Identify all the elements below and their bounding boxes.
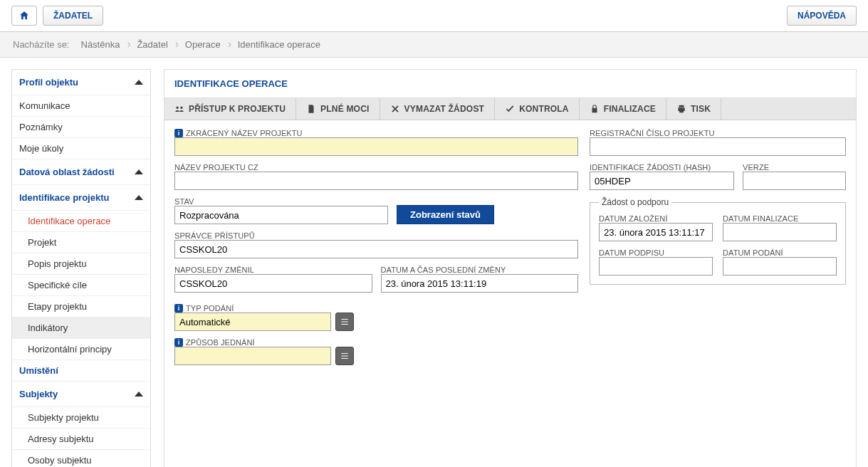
submitted-label: DATUM PODÁNÍ — [723, 248, 837, 257]
signed-input — [599, 257, 713, 276]
toolbar-label: PLNÉ MOCI — [320, 104, 369, 114]
sidebar-item-indikatory[interactable]: Indikátory — [12, 318, 150, 339]
document-icon — [306, 104, 316, 114]
acting-mode-label: iZPŮSOB JEDNÁNÍ — [174, 338, 578, 347]
finalized-label: DATUM FINALIZACE — [723, 214, 837, 223]
check-icon — [505, 104, 515, 114]
last-changed-by-label: NAPOSLEDY ZMĚNIL — [174, 266, 372, 274]
help-button[interactable]: NÁPOVĚDA — [787, 6, 857, 26]
sidebar-item-ukoly[interactable]: Moje úkoly — [12, 138, 150, 159]
sidebar-item-umisteni[interactable]: Umístění — [12, 360, 150, 382]
sidebar-section-subjects[interactable]: Subjekty — [12, 382, 150, 407]
main-panel: IDENTIFIKACE OPERACE PŘÍSTUP K PROJEKTU … — [164, 69, 857, 467]
chevron-up-icon — [135, 392, 143, 397]
sidebar-item-komunikace[interactable]: Komunikace — [12, 95, 150, 117]
state-input — [174, 206, 388, 224]
submission-type-label: iTYP PODÁNÍ — [174, 304, 578, 313]
sidebar-section-ident[interactable]: Identifikace projektu — [12, 185, 150, 211]
created-label: DATUM ZALOŽENÍ — [599, 214, 713, 223]
toolbar: PŘÍSTUP K PROJEKTU PLNÉ MOCI VYMAZAT ŽÁD… — [164, 98, 856, 120]
chevron-up-icon — [135, 195, 143, 200]
acting-mode-input[interactable] — [174, 347, 331, 365]
toolbar-label: PŘÍSTUP K PROJEKTU — [189, 104, 286, 114]
access-admin-label: SPRÁVCE PŘÍSTUPŮ — [174, 231, 578, 240]
breadcrumb-item[interactable]: Operace — [177, 39, 229, 50]
lock-icon — [590, 104, 600, 114]
toolbar-label: KONTROLA — [519, 104, 569, 114]
support-request-box: Žádost o podporu DATUM ZALOŽENÍ DATUM FI… — [590, 197, 846, 285]
print-icon — [676, 104, 686, 114]
sidebar-item-horizontalni[interactable]: Horizontální principy — [12, 339, 150, 360]
toolbar-finalize-button[interactable]: FINALIZACE — [580, 98, 666, 120]
last-change-dt-input — [381, 274, 579, 293]
toolbar-label: TISK — [691, 104, 711, 114]
sidebar-item-popis[interactable]: Popis projektu — [12, 253, 150, 275]
version-label: VERZE — [743, 163, 846, 172]
sidebar-item-cile[interactable]: Specifické cíle — [12, 275, 150, 296]
sidebar-section-label: Subjekty — [19, 389, 58, 399]
toolbar-powers-button[interactable]: PLNÉ MOCI — [296, 98, 380, 120]
sidebar-item-adresy[interactable]: Adresy subjektu — [12, 429, 150, 450]
applicant-button[interactable]: ŽADATEL — [43, 6, 103, 26]
sidebar-item-ident-operace[interactable]: Identifikace operace — [12, 211, 150, 232]
page-title: IDENTIFIKACE OPERACE — [164, 70, 856, 98]
sidebar-section-profile[interactable]: Profil objektu — [12, 70, 150, 95]
created-input — [599, 223, 713, 241]
sidebar-section-data[interactable]: Datová oblast žádosti — [12, 159, 150, 185]
home-icon — [19, 10, 30, 21]
toolbar-label: FINALIZACE — [604, 104, 656, 114]
acting-mode-lookup-button[interactable] — [335, 347, 354, 365]
version-input — [743, 172, 846, 190]
last-change-dt-label: DATUM A ČAS POSLEDNÍ ZMĚNY — [381, 266, 579, 274]
home-button[interactable] — [11, 6, 37, 26]
list-icon — [340, 351, 350, 361]
name-cz-input[interactable] — [174, 172, 578, 190]
submission-type-lookup-button[interactable] — [335, 313, 354, 331]
chevron-up-icon — [135, 80, 143, 85]
breadcrumb-item[interactable]: Nástěnka — [73, 39, 129, 50]
sidebar-item-subjekty-projektu[interactable]: Subjekty projektu — [12, 407, 150, 429]
hash-label: IDENTIFIKACE ŽÁDOSTI (HASH) — [590, 163, 734, 172]
toolbar-access-button[interactable]: PŘÍSTUP K PROJEKTU — [164, 98, 296, 120]
reg-no-input — [590, 137, 846, 156]
sidebar: Profil objektu Komunikace Poznámky Moje … — [11, 69, 151, 467]
breadcrumb: Nacházíte se: Nástěnka Žadatel Operace I… — [0, 32, 868, 58]
sidebar-item-osoby[interactable]: Osoby subjektu — [12, 450, 150, 467]
access-admin-input — [174, 240, 578, 258]
sidebar-item-poznamky[interactable]: Poznámky — [12, 117, 150, 138]
people-icon — [174, 104, 184, 114]
signed-label: DATUM PODPISU — [599, 248, 713, 257]
sidebar-section-label: Profil objektu — [19, 77, 78, 88]
finalized-input — [723, 223, 837, 241]
state-label: STAV — [174, 197, 388, 206]
toolbar-label: VYMAZAT ŽÁDOST — [404, 104, 485, 114]
sidebar-section-label: Datová oblast žádosti — [19, 167, 115, 177]
hash-input — [590, 172, 734, 190]
breadcrumb-item[interactable]: Žadatel — [128, 39, 176, 50]
short-name-input[interactable] — [174, 137, 578, 156]
show-states-button[interactable]: Zobrazení stavů — [397, 205, 494, 224]
close-icon — [390, 104, 400, 114]
short-name-label: iZKRÁCENÝ NÁZEV PROJEKTU — [174, 129, 578, 137]
breadcrumb-label: Nacházíte se: — [13, 39, 73, 50]
list-icon — [340, 317, 350, 327]
toolbar-check-button[interactable]: KONTROLA — [495, 98, 580, 120]
toolbar-print-button[interactable]: TISK — [666, 98, 721, 120]
sidebar-section-label: Identifikace projektu — [19, 192, 109, 203]
submission-type-input[interactable] — [174, 313, 331, 331]
reg-no-label: REGISTRAČNÍ ČÍSLO PROJEKTU — [590, 129, 846, 137]
name-cz-label: NÁZEV PROJEKTU CZ — [174, 163, 578, 172]
breadcrumb-item[interactable]: Identifikace operace — [229, 39, 329, 50]
sidebar-item-etapy[interactable]: Etapy projektu — [12, 296, 150, 318]
toolbar-delete-button[interactable]: VYMAZAT ŽÁDOST — [380, 98, 496, 120]
submitted-input — [723, 257, 837, 276]
last-changed-by-input — [174, 274, 372, 293]
sidebar-item-projekt[interactable]: Projekt — [12, 232, 150, 253]
chevron-up-icon — [135, 169, 143, 174]
support-box-legend: Žádost o podporu — [599, 197, 671, 207]
